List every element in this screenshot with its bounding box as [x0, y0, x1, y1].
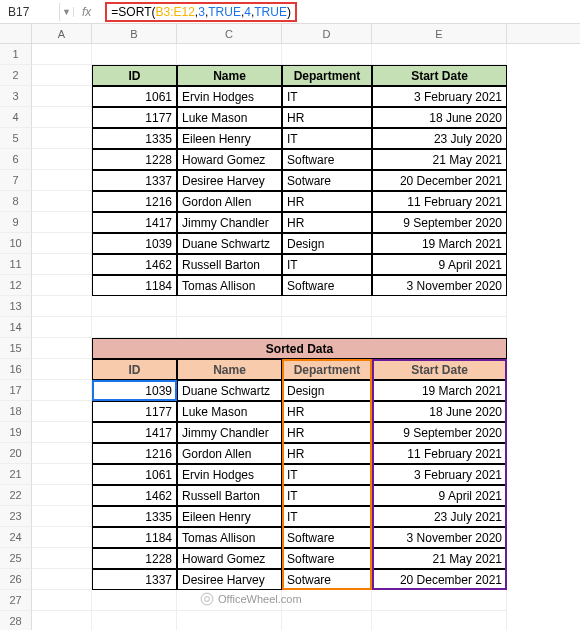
t1-dept[interactable]: IT: [282, 86, 372, 107]
t1-id[interactable]: 1462: [92, 254, 177, 275]
cell[interactable]: [32, 422, 92, 443]
t1-name[interactable]: Eileen Henry: [177, 128, 282, 149]
row-header[interactable]: 11: [0, 254, 32, 275]
t1-date[interactable]: 9 April 2021: [372, 254, 507, 275]
t1-name[interactable]: Ervin Hodges: [177, 86, 282, 107]
t2-dept[interactable]: HR: [282, 443, 372, 464]
cell[interactable]: [32, 149, 92, 170]
t1-dept[interactable]: IT: [282, 254, 372, 275]
t2-name[interactable]: Tomas Allison: [177, 527, 282, 548]
row-header[interactable]: 28: [0, 611, 32, 630]
t1-date[interactable]: 3 February 2021: [372, 86, 507, 107]
row-header[interactable]: 17: [0, 380, 32, 401]
row-header[interactable]: 1: [0, 44, 32, 65]
name-box-dropdown-icon[interactable]: ▼: [60, 7, 74, 17]
t2-date[interactable]: 21 May 2021: [372, 548, 507, 569]
t1-id[interactable]: 1177: [92, 107, 177, 128]
t1-dept[interactable]: Design: [282, 233, 372, 254]
t2-dept[interactable]: Software: [282, 527, 372, 548]
t2-dept[interactable]: Sotware: [282, 569, 372, 590]
row-header[interactable]: 2: [0, 65, 32, 86]
cell[interactable]: [32, 527, 92, 548]
t1-id[interactable]: 1061: [92, 86, 177, 107]
cell[interactable]: [372, 590, 507, 611]
t1-id[interactable]: 1335: [92, 128, 177, 149]
t1-id[interactable]: 1228: [92, 149, 177, 170]
cell[interactable]: [92, 590, 177, 611]
cell[interactable]: [32, 611, 92, 630]
t1-name[interactable]: Jimmy Chandler: [177, 212, 282, 233]
col-header-d[interactable]: D: [282, 24, 372, 43]
t1-dept[interactable]: HR: [282, 212, 372, 233]
t2-id[interactable]: 1177: [92, 401, 177, 422]
col-header-e[interactable]: E: [372, 24, 507, 43]
t1-header-id[interactable]: ID: [92, 65, 177, 86]
row-header[interactable]: 8: [0, 191, 32, 212]
t1-date[interactable]: 23 July 2020: [372, 128, 507, 149]
cell[interactable]: [282, 317, 372, 338]
cell[interactable]: [372, 611, 507, 630]
t1-name[interactable]: Gordon Allen: [177, 191, 282, 212]
t2-name[interactable]: Ervin Hodges: [177, 464, 282, 485]
t2-name[interactable]: Duane Schwartz: [177, 380, 282, 401]
t1-date[interactable]: 9 September 2020: [372, 212, 507, 233]
t2-dept[interactable]: HR: [282, 401, 372, 422]
t1-date[interactable]: 20 December 2021: [372, 170, 507, 191]
t1-name[interactable]: Howard Gomez: [177, 149, 282, 170]
col-header-c[interactable]: C: [177, 24, 282, 43]
t2-name[interactable]: Howard Gomez: [177, 548, 282, 569]
cell[interactable]: [32, 485, 92, 506]
cell[interactable]: [32, 65, 92, 86]
formula-bar[interactable]: =SORT(B3:E12,3,TRUE,4,TRUE): [99, 0, 580, 24]
row-header[interactable]: 6: [0, 149, 32, 170]
t2-header-dept[interactable]: Department: [282, 359, 372, 380]
cell[interactable]: [32, 590, 92, 611]
t1-id[interactable]: 1184: [92, 275, 177, 296]
t2-date[interactable]: 18 June 2020: [372, 401, 507, 422]
cell[interactable]: [32, 548, 92, 569]
t1-id[interactable]: 1039: [92, 233, 177, 254]
t1-header-date[interactable]: Start Date: [372, 65, 507, 86]
t1-date[interactable]: 21 May 2021: [372, 149, 507, 170]
t2-name[interactable]: Luke Mason: [177, 401, 282, 422]
cell[interactable]: [372, 317, 507, 338]
t2-dept[interactable]: IT: [282, 506, 372, 527]
t1-id[interactable]: 1417: [92, 212, 177, 233]
cell[interactable]: [32, 44, 92, 65]
cell[interactable]: [32, 464, 92, 485]
row-header[interactable]: 25: [0, 548, 32, 569]
t1-date[interactable]: 11 February 2021: [372, 191, 507, 212]
select-all[interactable]: [0, 24, 32, 43]
t2-date[interactable]: 3 November 2020: [372, 527, 507, 548]
t2-header-name[interactable]: Name: [177, 359, 282, 380]
row-header[interactable]: 21: [0, 464, 32, 485]
t1-name[interactable]: Tomas Allison: [177, 275, 282, 296]
t2-date[interactable]: 9 April 2021: [372, 485, 507, 506]
row-header[interactable]: 12: [0, 275, 32, 296]
t2-id[interactable]: 1417: [92, 422, 177, 443]
t1-header-name[interactable]: Name: [177, 65, 282, 86]
cell[interactable]: [92, 611, 177, 630]
t1-name[interactable]: Luke Mason: [177, 107, 282, 128]
row-header[interactable]: 3: [0, 86, 32, 107]
t2-date[interactable]: 9 September 2020: [372, 422, 507, 443]
t1-name[interactable]: Desiree Harvey: [177, 170, 282, 191]
cell[interactable]: [32, 359, 92, 380]
cell[interactable]: [32, 170, 92, 191]
t2-id[interactable]: 1228: [92, 548, 177, 569]
t2-id[interactable]: 1061: [92, 464, 177, 485]
spreadsheet-grid[interactable]: 12IDNameDepartmentStart Date31061Ervin H…: [0, 44, 580, 630]
t1-dept[interactable]: Software: [282, 149, 372, 170]
row-header[interactable]: 16: [0, 359, 32, 380]
t1-date[interactable]: 18 June 2020: [372, 107, 507, 128]
t1-id[interactable]: 1337: [92, 170, 177, 191]
row-header[interactable]: 19: [0, 422, 32, 443]
cell[interactable]: [32, 86, 92, 107]
cell[interactable]: [32, 317, 92, 338]
cell[interactable]: [372, 296, 507, 317]
row-header[interactable]: 18: [0, 401, 32, 422]
t2-date[interactable]: 3 February 2021: [372, 464, 507, 485]
t2-date[interactable]: 20 December 2021: [372, 569, 507, 590]
cell[interactable]: [177, 590, 282, 611]
cell[interactable]: [282, 590, 372, 611]
